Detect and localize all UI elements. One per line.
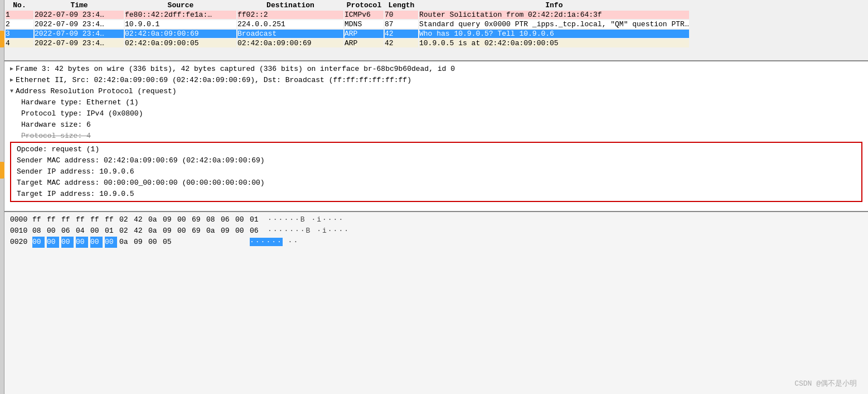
hex-byte[interactable]: 04 [76, 225, 88, 237]
hex-byte[interactable]: 01 [105, 225, 117, 237]
detail-frame-row[interactable]: ▶ Frame 3: 42 bytes on wire (336 bits), … [4, 64, 868, 75]
hex-byte[interactable]: ff [105, 214, 117, 225]
cell-protocol: ARP [345, 39, 384, 47]
cell-info: Router Solicitation from 02:42:2d:1a:64:… [419, 11, 689, 19]
cell-length: 42 [385, 39, 418, 47]
col-header-source: Source [125, 1, 236, 9]
hex-byte[interactable]: 00 [76, 237, 88, 248]
hex-ascii: ······ ·· [250, 237, 299, 248]
hex-byte[interactable]: 0a [148, 214, 161, 225]
cell-no: 3 [6, 30, 33, 38]
hex-byte[interactable]: 00 [47, 225, 59, 237]
col-header-length: Length [385, 1, 418, 9]
detail-proto-type: Protocol type: IPv4 (0x0800) [4, 108, 868, 119]
cell-protocol: ICMPv6 [345, 11, 384, 19]
hex-byte[interactable]: 08 [206, 214, 219, 225]
hex-byte[interactable]: 00 [177, 225, 190, 237]
sidebar-tab-bottom[interactable] [0, 162, 4, 179]
arp-expand-arrow[interactable]: ▼ [10, 87, 13, 97]
cell-time: 2022-07-09 23:4… [35, 11, 124, 19]
cell-source: 02:42:0a:09:00:05 [125, 39, 236, 47]
table-row[interactable]: 12022-07-09 23:4…fe80::42:2dff:fe1a:…ff0… [6, 11, 689, 19]
cell-source: 10.9.0.1 [125, 20, 236, 28]
hex-byte[interactable]: ff [32, 214, 45, 225]
cell-time: 2022-07-09 23:4… [35, 30, 124, 38]
hex-byte[interactable]: 06 [61, 225, 74, 237]
cell-length: 42 [385, 30, 418, 38]
hex-byte[interactable]: 02 [119, 225, 132, 237]
packet-table: No. Time Source Destination Protocol Len… [4, 0, 690, 49]
cell-source: 02:42:0a:09:00:69 [125, 30, 236, 38]
table-row[interactable]: 42022-07-09 23:4…02:42:0a:09:00:0502:42:… [6, 39, 689, 47]
hex-byte[interactable]: ff [90, 214, 103, 225]
hex-byte[interactable]: 00 [47, 237, 59, 248]
hex-byte[interactable]: 00 [32, 237, 45, 248]
detail-hw-size: Hardware size: 6 [4, 119, 868, 131]
cell-no: 2 [6, 20, 33, 28]
hex-byte[interactable]: 69 [192, 214, 204, 225]
detail-sender-ip: Sender IP address: 10.9.0.6 [11, 166, 861, 177]
cell-destination: Broadcast [237, 30, 343, 38]
detail-sender-mac: Sender MAC address: 02:42:0a:09:00:69 (0… [11, 155, 861, 166]
cell-length: 70 [385, 11, 418, 19]
hex-byte[interactable]: 05 [163, 237, 175, 248]
ethernet-expand-arrow[interactable]: ▶ [10, 75, 13, 85]
hex-byte[interactable]: 09 [221, 225, 233, 237]
hex-byte[interactable]: 69 [192, 225, 204, 237]
hex-byte[interactable]: 00 [177, 214, 190, 225]
hex-byte[interactable]: 06 [250, 225, 262, 237]
hex-byte[interactable]: 08 [32, 225, 45, 237]
detail-target-mac: Target MAC address: 00:00:00_00:00:00 (0… [11, 177, 861, 189]
cell-protocol: MDNS [345, 20, 384, 28]
hex-byte[interactable]: 00 [235, 214, 248, 225]
hex-offset: 0000 [10, 214, 32, 225]
hex-row: 00200000000000000a090005······ ·· [10, 237, 862, 248]
hex-byte[interactable]: 00 [61, 237, 74, 248]
hex-byte[interactable]: ff [76, 214, 88, 225]
sidebar-tab-top[interactable] [0, 31, 4, 47]
hex-byte[interactable]: 02 [119, 214, 132, 225]
hex-ascii: ·······B ·i···· [268, 225, 350, 237]
hex-offset: 0020 [10, 237, 32, 248]
hex-byte[interactable]: 00 [148, 237, 161, 248]
cell-no: 1 [6, 11, 33, 19]
hex-ascii: ······B ·i···· [268, 214, 344, 225]
table-header-row: No. Time Source Destination Protocol Len… [6, 1, 689, 9]
hex-byte[interactable]: 0a [148, 225, 161, 237]
cell-destination: 224.0.0.251 [237, 20, 343, 28]
packet-detail-section: ▶ Frame 3: 42 bytes on wire (336 bits), … [4, 61, 868, 212]
hex-byte[interactable]: 09 [134, 237, 146, 248]
detail-target-ip: Target IP address: 10.9.0.5 [11, 189, 861, 200]
hex-byte[interactable]: 0a [206, 225, 219, 237]
hex-bytes: 0000000000000a090005 [32, 237, 244, 248]
hex-bytes: ffffffffffff02420a09006908060001 [32, 214, 262, 225]
hex-byte[interactable]: 09 [163, 225, 175, 237]
detail-ethernet-row[interactable]: ▶ Ethernet II, Src: 02:42:0a:09:00:69 (0… [4, 75, 868, 86]
hex-byte[interactable]: ff [61, 214, 74, 225]
hex-byte[interactable]: ff [47, 214, 59, 225]
hex-byte[interactable]: 42 [134, 225, 146, 237]
cell-info: Standard query 0x0000 PTR _ipps._tcp.loc… [419, 20, 689, 28]
hex-byte[interactable]: 01 [250, 214, 262, 225]
table-row[interactable]: 22022-07-09 23:4…10.9.0.1224.0.0.251MDNS… [6, 20, 689, 28]
frame-expand-arrow[interactable]: ▶ [10, 64, 13, 74]
hex-byte[interactable]: 0a [119, 237, 132, 248]
cell-info: 10.9.0.5 is at 02:42:0a:09:00:05 [419, 39, 689, 47]
hex-byte[interactable]: 00 [235, 225, 248, 237]
hex-byte[interactable]: 00 [105, 237, 117, 248]
cell-protocol: ARP [345, 30, 384, 38]
hex-dump-section: 0000ffffffffffff02420a09006908060001····… [4, 212, 868, 394]
col-header-no: No. [6, 1, 33, 9]
hex-byte[interactable]: 00 [90, 225, 103, 237]
watermark: CSDN @偶不是小明 [794, 378, 857, 388]
cell-source: fe80::42:2dff:fe1a:… [125, 11, 236, 19]
detail-hw-type: Hardware type: Ethernet (1) [4, 97, 868, 108]
hex-byte[interactable]: 09 [163, 214, 175, 225]
hex-byte[interactable]: 00 [90, 237, 103, 248]
detail-arp-row[interactable]: ▼ Address Resolution Protocol (request) [4, 86, 868, 97]
hex-byte[interactable]: 06 [221, 214, 233, 225]
hex-byte[interactable]: 42 [134, 214, 146, 225]
table-row[interactable]: 32022-07-09 23:4…02:42:0a:09:00:69Broadc… [6, 30, 689, 38]
left-sidebar [0, 0, 4, 394]
arp-detail-text: Address Resolution Protocol (request) [16, 87, 177, 97]
